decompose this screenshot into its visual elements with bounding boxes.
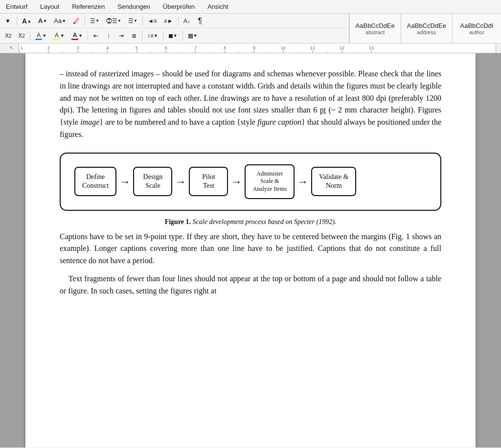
style-author-preview: AaBbCcDdI: [460, 22, 494, 29]
ruler-inner: 1 2 3 4 5 6 7 8 9 10 11 12 13: [19, 44, 496, 53]
svg-text:6: 6: [165, 45, 167, 50]
menu-entwurf[interactable]: Entwurf: [4, 2, 29, 11]
menu-sendungen[interactable]: Sendungen: [115, 2, 152, 11]
figure-container: Define Construct → Design Scale → Pilot …: [60, 153, 441, 227]
font-size-up-btn[interactable]: A▲: [19, 16, 34, 26]
style-address[interactable]: AaBbCcDdEe address: [401, 14, 452, 43]
svg-text:10: 10: [281, 45, 286, 50]
arrow-2: →: [175, 174, 186, 190]
svg-text:12: 12: [340, 45, 344, 50]
style-address-label: address: [417, 29, 436, 35]
menu-referenzen[interactable]: Referenzen: [70, 2, 107, 11]
indent-increase-btn[interactable]: ≡►: [161, 16, 176, 26]
numbered-list-btn[interactable]: ⓵☰▼: [103, 16, 124, 26]
superscript-btn[interactable]: X2: [16, 31, 28, 41]
svg-text:2: 2: [47, 45, 50, 50]
menu-ueberpruefen[interactable]: Überprüfen: [161, 2, 197, 11]
svg-text:1: 1: [21, 45, 23, 50]
ruler: ↖ 1 2 3 4 5 6 7 8 9 10 11: [0, 44, 501, 53]
align-justify-btn[interactable]: ≣: [128, 31, 140, 41]
pilcrow-btn[interactable]: ¶: [194, 15, 206, 27]
border-btn[interactable]: ▦▼: [185, 31, 201, 41]
figure-caption-italic: Scale development process based on Spect…: [193, 218, 337, 225]
arrow-3: →: [231, 174, 242, 190]
step4-line1: Administer: [256, 170, 283, 177]
paragraph-3[interactable]: Text fragments of fewer than four lines …: [60, 273, 441, 297]
step-administer-scale: Administer Scale & Analyze Items: [245, 164, 295, 199]
multilevel-list-btn[interactable]: ☰▼: [125, 16, 140, 26]
svg-text:11: 11: [310, 45, 315, 50]
shading-btn[interactable]: ◼▼: [165, 31, 181, 41]
align-center-btn[interactable]: ⁝: [103, 31, 114, 41]
bullet-list-btn[interactable]: ☰▼: [87, 16, 102, 26]
style-abstract-label: abstract: [365, 29, 385, 35]
svg-text:4: 4: [106, 45, 109, 50]
svg-text:8: 8: [224, 45, 226, 50]
step-define-construct: Define Construct: [74, 167, 116, 196]
page: – instead of rasterized images – should …: [25, 53, 476, 448]
style-address-preview: AaBbCcDdEe: [407, 22, 446, 29]
paragraph-1[interactable]: – instead of rasterized images – should …: [60, 68, 441, 141]
align-right-btn[interactable]: ⇥: [115, 31, 127, 41]
step2-line1: Design: [143, 173, 163, 180]
step1-line2: Construct: [82, 182, 109, 189]
step5-line2: Norm: [326, 182, 342, 189]
line-spacing-btn[interactable]: ↕≡▼: [144, 31, 161, 41]
style-abstract[interactable]: AaBbCcDdEe abstract: [349, 14, 401, 43]
step-validate-norm: Validate & Norm: [311, 167, 356, 196]
step-pilot-test: Pilot Test: [189, 167, 228, 196]
step2-line2: Scale: [145, 182, 160, 189]
style-abstract-preview: AaBbCcDdEe: [356, 22, 395, 29]
svg-text:9: 9: [253, 45, 255, 50]
step3-line1: Pilot: [202, 173, 215, 180]
paragraph-2[interactable]: Captions have to be set in 9-point type.…: [60, 231, 441, 267]
font-color-btn[interactable]: A ▼: [32, 30, 49, 42]
step-design-scale: Design Scale: [133, 167, 172, 196]
figure-caption-bold: Figure 1.: [165, 218, 191, 225]
step3-line2: Test: [203, 182, 214, 189]
svg-text:3: 3: [77, 45, 79, 50]
toolbar-dropdown[interactable]: ▼: [2, 16, 14, 26]
diagram-box: Define Construct → Design Scale → Pilot …: [60, 153, 441, 211]
underline-pt: pt: [320, 106, 326, 114]
step4-line3: Analyze Items: [252, 185, 287, 192]
clear-format-btn[interactable]: 🖊: [70, 16, 83, 26]
svg-text:5: 5: [136, 45, 138, 50]
step1-line1: Define: [86, 173, 105, 180]
document-area: – instead of rasterized images – should …: [0, 53, 501, 448]
arrow-4: →: [297, 174, 308, 190]
style-author-label: author: [469, 29, 484, 35]
menu-bar: Entwurf Layout Referenzen Sendungen Über…: [0, 0, 501, 14]
arrow-1: →: [119, 174, 130, 190]
figure-caption: Figure 1. Scale development process base…: [165, 217, 337, 227]
toolbars: ▼ A▲ A▼ Aa▼ 🖊 ☰▼ ⓵☰▼ ☰▼ ◄≡ ≡► A↓ ¶ AaBbC…: [0, 14, 501, 44]
step5-line1: Validate &: [319, 173, 348, 180]
highlight-btn[interactable]: A ▼: [50, 30, 68, 42]
subscript-btn[interactable]: X2: [2, 31, 15, 41]
indent-decrease-btn[interactable]: ◄≡: [145, 16, 160, 26]
font-color2-btn[interactable]: A ▼: [68, 30, 86, 42]
sort-btn[interactable]: A↓: [181, 16, 193, 26]
font-case-btn[interactable]: Aa▼: [51, 16, 69, 26]
menu-layout[interactable]: Layout: [38, 2, 61, 11]
svg-text:7: 7: [194, 45, 197, 50]
svg-text:13: 13: [369, 45, 374, 50]
menu-ansicht[interactable]: Ansicht: [205, 2, 230, 11]
style-author[interactable]: AaBbCcDdI author: [452, 14, 501, 43]
step4-line2: Scale &: [260, 178, 279, 184]
align-left-btn[interactable]: ⇤: [90, 31, 102, 41]
font-size-down-btn[interactable]: A▼: [35, 16, 50, 26]
